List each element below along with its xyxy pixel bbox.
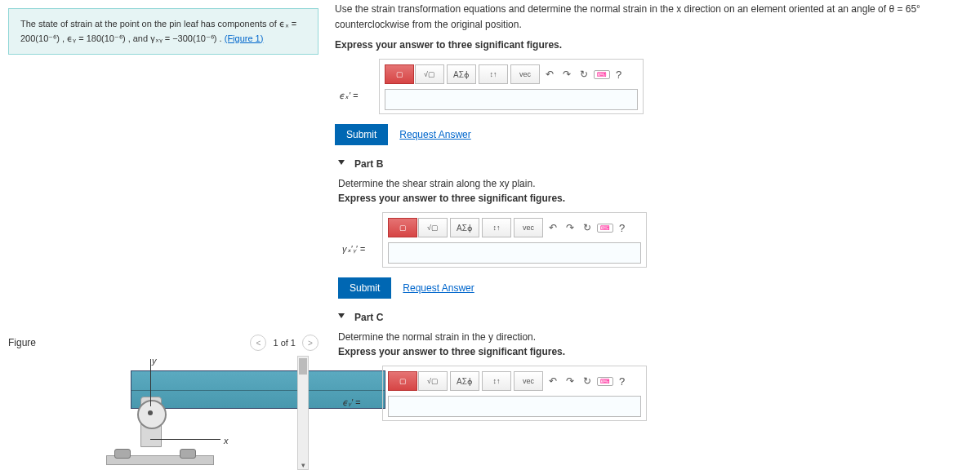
redo-icon[interactable]: ↷ xyxy=(563,222,577,233)
redo-icon[interactable]: ↷ xyxy=(559,69,574,80)
scripts-button[interactable]: ↕↑ xyxy=(482,371,511,391)
template-button[interactable]: ▢ xyxy=(385,64,414,84)
figure-scrollbar[interactable]: ▾ xyxy=(297,356,309,470)
fraction-button[interactable]: √▢ xyxy=(418,218,448,237)
template-button[interactable]: ▢ xyxy=(388,371,417,391)
part-a-input[interactable] xyxy=(385,89,638,110)
fraction-button[interactable]: √▢ xyxy=(415,64,444,84)
part-a-submit-button[interactable]: Submit xyxy=(335,124,388,145)
figure-next-button[interactable]: > xyxy=(302,335,318,351)
problem-text: The state of strain at the point on the … xyxy=(20,19,279,29)
figure-prev-button[interactable]: < xyxy=(250,335,266,351)
part-c-question: Determine the normal strain in the y dir… xyxy=(338,331,972,343)
part-b-header[interactable]: Part B xyxy=(335,150,972,175)
reset-icon[interactable]: ↻ xyxy=(580,222,595,233)
figure-page-label: 1 of 1 xyxy=(273,338,296,348)
undo-icon[interactable]: ↶ xyxy=(542,69,557,80)
part-a-question: Use the strain transformation equations … xyxy=(335,0,972,39)
vec-button[interactable]: vec xyxy=(514,218,543,237)
part-c-answer-box: ϵᵧ′ = ▢ √▢ ΑΣϕ ↕↑ vec ↶ ↷ ↻ ⌨ ? xyxy=(382,366,647,421)
keyboard-icon[interactable]: ⌨ xyxy=(597,224,613,233)
part-a-request-link[interactable]: Request Answer xyxy=(399,129,470,140)
template-button[interactable]: ▢ xyxy=(388,218,417,237)
vec-button[interactable]: vec xyxy=(510,64,540,84)
axis-x-label: x xyxy=(224,436,229,446)
problem-statement: The state of strain at the point on the … xyxy=(8,8,318,55)
part-a-answer-box: ϵₓ′ = ▢ √▢ ΑΣϕ ↕↑ vec ↶ ↷ ↻ ⌨ ? xyxy=(379,59,644,114)
reset-icon[interactable]: ↻ xyxy=(577,69,591,80)
redo-icon[interactable]: ↷ xyxy=(563,375,577,387)
part-c-sigfig: Express your answer to three significant… xyxy=(338,346,972,357)
part-b-input[interactable] xyxy=(388,242,641,264)
keyboard-icon[interactable]: ⌨ xyxy=(597,377,613,386)
caret-down-icon xyxy=(338,160,345,165)
undo-icon[interactable]: ↶ xyxy=(546,222,560,233)
caret-down-icon xyxy=(338,313,345,318)
figure-diagram: y x ▾ xyxy=(41,356,286,470)
scripts-button[interactable]: ↕↑ xyxy=(482,218,511,237)
gxy-value: γₓᵧ = −300(10⁻⁶) xyxy=(150,33,216,43)
part-c-header[interactable]: Part C xyxy=(335,304,972,328)
part-b-request-link[interactable]: Request Answer xyxy=(403,282,474,294)
greek-button[interactable]: ΑΣϕ xyxy=(450,218,479,237)
greek-button[interactable]: ΑΣϕ xyxy=(447,64,476,84)
vec-button[interactable]: vec xyxy=(514,371,543,391)
scripts-button[interactable]: ↕↑ xyxy=(479,64,508,84)
part-b-submit-button[interactable]: Submit xyxy=(338,277,391,299)
part-b-question: Determine the shear strain along the xy … xyxy=(338,178,972,189)
part-b-answer-box: γₓ′ᵧ′ = ▢ √▢ ΑΣϕ ↕↑ vec ↶ ↷ ↻ ⌨ ? xyxy=(382,212,647,268)
greek-button[interactable]: ΑΣϕ xyxy=(450,371,479,391)
ey-value: ϵᵧ = 180(10⁻⁶) xyxy=(67,33,125,43)
axis-y-label: y xyxy=(152,356,157,366)
part-b-eq-label: γₓ′ᵧ′ = xyxy=(342,244,365,255)
undo-icon[interactable]: ↶ xyxy=(546,375,560,387)
part-c-input[interactable] xyxy=(388,396,641,417)
part-a-eq-label: ϵₓ′ = xyxy=(339,91,359,101)
figure-title: Figure xyxy=(8,337,36,348)
help-icon[interactable]: ? xyxy=(619,375,625,388)
figure-link[interactable]: (Figure 1) xyxy=(225,33,264,43)
fraction-button[interactable]: √▢ xyxy=(418,371,448,391)
help-icon[interactable]: ? xyxy=(616,69,621,81)
help-icon[interactable]: ? xyxy=(619,222,625,234)
part-c-eq-label: ϵᵧ′ = xyxy=(342,397,361,408)
part-b-sigfig: Express your answer to three significant… xyxy=(338,193,972,204)
reset-icon[interactable]: ↻ xyxy=(580,375,595,387)
part-a-sigfig: Express your answer to three significant… xyxy=(335,39,972,51)
keyboard-icon[interactable]: ⌨ xyxy=(594,70,610,79)
